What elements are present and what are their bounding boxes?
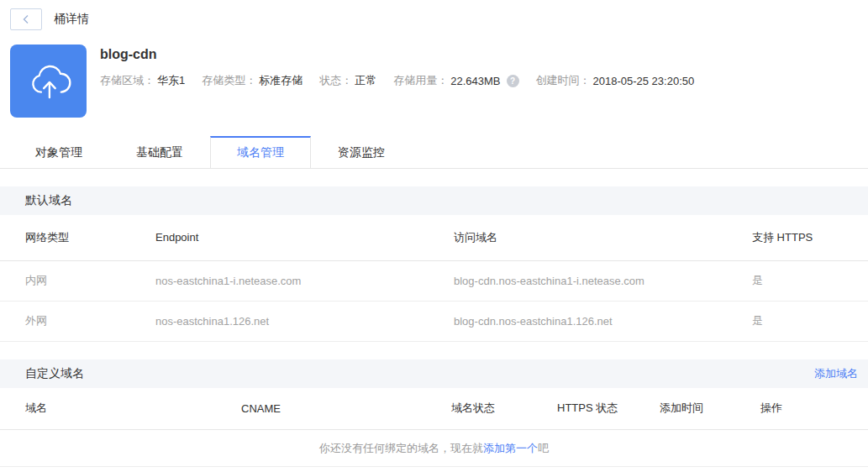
empty-state-text-prefix: 你还没有任何绑定的域名，现在就 [319, 442, 483, 454]
tab-resource-monitor[interactable]: 资源监控 [311, 136, 412, 168]
column-endpoint: Endpoint [155, 215, 454, 260]
column-add-time: 添加时间 [660, 388, 760, 430]
column-cname: CNAME [241, 388, 451, 430]
bucket-icon [10, 45, 87, 118]
created-time-label: 创建时间： [536, 73, 591, 88]
table-row: 内网 nos-eastchina1-i.netease.com blog-cdn… [0, 260, 868, 301]
https-support-cell: 是 [752, 301, 868, 341]
custom-domains-section-bar: 自定义域名 添加域名 [0, 359, 868, 388]
default-domains-section-title: 默认域名 [25, 193, 72, 208]
add-domain-button[interactable]: 添加域名 [814, 366, 858, 381]
endpoint-cell: nos-eastchina1-i.netease.com [155, 260, 454, 301]
tab-bar: 对象管理 基础配置 域名管理 资源监控 [0, 136, 868, 169]
access-domain-cell: blog-cdn.nos-eastchina1-i.netease.com [454, 260, 752, 301]
default-domains-table: 网络类型 Endpoint 访问域名 支持 HTTPS 内网 nos-eastc… [0, 215, 868, 342]
column-domain: 域名 [0, 388, 241, 430]
back-button[interactable] [10, 8, 42, 30]
https-support-cell: 是 [752, 260, 868, 301]
column-network-type: 网络类型 [0, 215, 155, 260]
column-https-support: 支持 HTTPS [752, 215, 868, 260]
custom-domains-header-row: 域名 CNAME 域名状态 HTTPS 状态 添加时间 操作 [0, 388, 868, 430]
column-domain-status: 域名状态 [451, 388, 557, 430]
access-domain-cell: blog-cdn.nos-eastchina1.126.net [454, 301, 752, 341]
bucket-name: blog-cdn [100, 47, 711, 62]
tab-object-management[interactable]: 对象管理 [8, 136, 109, 168]
bucket-info-row: 存储区域： 华东1 存储类型： 标准存储 状态： 正常 存储用量： 22.643… [100, 73, 711, 88]
info-storage-type: 存储类型： 标准存储 [202, 73, 302, 88]
tab-basic-config[interactable]: 基础配置 [109, 136, 210, 168]
endpoint-cell: nos-eastchina1.126.net [155, 301, 454, 341]
storage-usage-label: 存储用量： [393, 73, 448, 88]
table-row: 外网 nos-eastchina1.126.net blog-cdn.nos-e… [0, 301, 868, 341]
add-first-domain-link[interactable]: 添加第一个 [483, 442, 538, 454]
empty-state-row: 你还没有任何绑定的域名，现在就添加第一个吧 [0, 430, 868, 467]
chevron-left-icon [21, 14, 31, 24]
storage-type-value: 标准存储 [259, 73, 302, 88]
default-domains-header-row: 网络类型 Endpoint 访问域名 支持 HTTPS [0, 215, 868, 260]
storage-region-label: 存储区域： [100, 73, 155, 88]
storage-type-label: 存储类型： [202, 73, 256, 88]
column-access-domain: 访问域名 [454, 215, 752, 260]
info-storage-region: 存储区域： 华东1 [100, 73, 185, 88]
page-title: 桶详情 [54, 12, 89, 27]
status-label: 状态： [319, 73, 352, 88]
default-domains-section-bar: 默认域名 [0, 186, 868, 215]
tab-domain-management[interactable]: 域名管理 [210, 136, 311, 168]
column-actions: 操作 [760, 388, 868, 430]
bucket-header: blog-cdn 存储区域： 华东1 存储类型： 标准存储 状态： 正常 存储用… [10, 45, 868, 118]
status-value: 正常 [355, 73, 376, 88]
storage-region-value: 华东1 [157, 73, 185, 88]
created-time-value: 2018-05-25 23:20:50 [593, 75, 695, 87]
column-https-status: HTTPS 状态 [557, 388, 660, 430]
custom-domains-section-title: 自定义域名 [25, 366, 84, 381]
info-created-time: 创建时间： 2018-05-25 23:20:50 [536, 73, 695, 88]
custom-domains-table: 域名 CNAME 域名状态 HTTPS 状态 添加时间 操作 你还没有任何绑定的… [0, 388, 868, 468]
help-icon[interactable]: ? [507, 75, 519, 87]
info-status: 状态： 正常 [319, 73, 376, 88]
cloud-upload-icon [24, 57, 73, 106]
storage-usage-value: 22.643MB [450, 75, 500, 87]
network-type-cell: 内网 [0, 260, 155, 301]
topbar: 桶详情 [0, 0, 868, 30]
empty-state-text-suffix: 吧 [538, 442, 549, 454]
bucket-meta: blog-cdn 存储区域： 华东1 存储类型： 标准存储 状态： 正常 存储用… [100, 45, 711, 118]
info-storage-usage: 存储用量： 22.643MB ? [393, 73, 518, 88]
empty-state: 你还没有任何绑定的域名，现在就添加第一个吧 [0, 430, 868, 467]
network-type-cell: 外网 [0, 301, 155, 341]
